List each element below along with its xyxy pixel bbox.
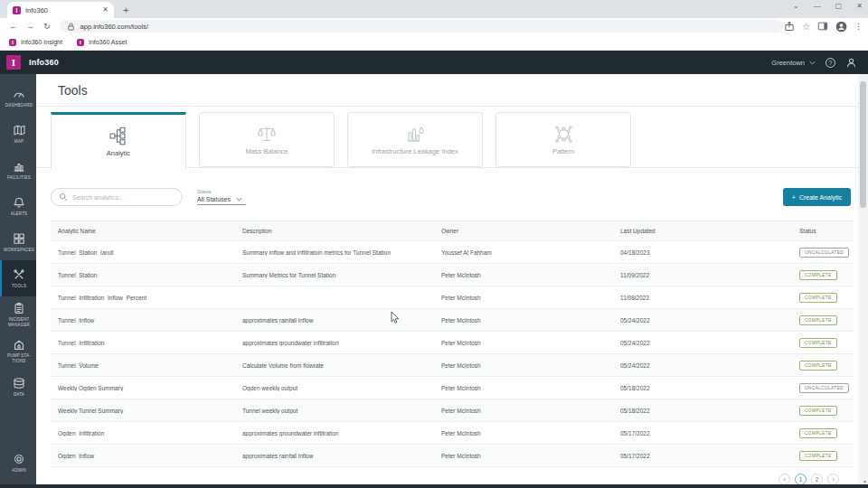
analytic-description: Summary Metrics for Tunnel Station bbox=[242, 272, 441, 278]
sidebar: DASHBOARD MAP FACILITIES ALERTS bbox=[0, 74, 36, 488]
tenant-name: Greentown bbox=[771, 59, 805, 67]
kebab-menu-icon[interactable]: ⋮ bbox=[854, 22, 863, 31]
status-badge: COMPLETE bbox=[799, 315, 837, 325]
tab-infrastructure-leakage-index[interactable]: Infrastructure Leakage Index bbox=[347, 112, 483, 167]
scrollbar-thumb[interactable] bbox=[860, 81, 866, 208]
search-input[interactable] bbox=[72, 194, 172, 201]
tool-type-tabs: Analytic Mass Balance Infrastructure Lea… bbox=[36, 107, 868, 168]
profile-avatar-icon[interactable] bbox=[835, 21, 847, 33]
analytic-description: approximates rainfall inflow bbox=[242, 317, 441, 324]
column-header-analytic-name[interactable]: Analytic Name bbox=[58, 228, 242, 234]
column-header-last-updated[interactable]: Last Updated bbox=[620, 228, 799, 234]
sidebar-item-data[interactable]: DATA bbox=[0, 369, 36, 405]
analytic-owner: Peter McIntosh bbox=[441, 340, 620, 346]
window-menu-icon[interactable]: ⌄ bbox=[793, 2, 799, 10]
column-header-owner[interactable]: Owner bbox=[441, 228, 620, 234]
new-tab-button[interactable]: + bbox=[123, 5, 128, 15]
user-icon[interactable] bbox=[845, 57, 857, 69]
bookmark-star-icon[interactable]: ☆ bbox=[802, 22, 810, 32]
table-row[interactable]: Tunnel_Infiltration_Inflow_Percent Peter… bbox=[51, 286, 854, 309]
status-badge: COMPLETE bbox=[799, 361, 837, 371]
chevron-down-icon bbox=[236, 197, 242, 202]
lock-icon bbox=[66, 22, 76, 32]
window-close-icon[interactable]: ✕ bbox=[856, 2, 863, 10]
pagination-page-2[interactable]: 2 bbox=[811, 474, 823, 485]
table-row[interactable]: Ogden_Inflow approximates rainfall inflo… bbox=[51, 445, 854, 467]
browser-tab[interactable]: I Info360 ✕ bbox=[7, 2, 114, 18]
bookmark-info360-asset[interactable]: I Info360 Asset bbox=[77, 39, 127, 46]
window-minimize-icon[interactable]: — bbox=[814, 2, 821, 10]
analytic-name[interactable]: Tunnel_Station_IandI bbox=[58, 249, 242, 256]
analytic-name[interactable]: Ogden_Infiltration bbox=[58, 430, 242, 436]
sidebar-item-incident-manager[interactable]: INCIDENT MANAGER bbox=[0, 296, 36, 333]
tab-pattern[interactable]: Pattern bbox=[495, 112, 631, 167]
table-row[interactable]: Weekly Ogden Summary Ogden weekly output… bbox=[51, 377, 854, 399]
analytic-owner: Peter McIntosh bbox=[441, 295, 620, 301]
sidebar-item-label: DASHBOARD bbox=[5, 103, 33, 108]
table-row[interactable]: Tunnel_Inflow approximates rainfall infl… bbox=[51, 309, 854, 332]
sidebar-item-admin[interactable]: ADMIN bbox=[0, 445, 36, 481]
create-analytic-label: Create Analytic bbox=[799, 194, 842, 201]
column-header-status[interactable]: Status bbox=[799, 228, 854, 234]
analytic-description: Summary inflow and infiltratoin metrics … bbox=[242, 249, 441, 256]
back-icon[interactable]: ← bbox=[9, 22, 17, 31]
main-content: Tools Analytic Mass Balance bbox=[36, 74, 868, 488]
table-row[interactable]: Ogden_Infiltration approximates groundwa… bbox=[51, 422, 854, 445]
table-row[interactable]: Weekly Tunnel Summary Tunnel weekly outp… bbox=[51, 399, 854, 422]
chevron-down-icon bbox=[809, 61, 816, 65]
analytic-name[interactable]: Weekly Ogden Summary bbox=[58, 385, 242, 391]
url-field[interactable]: app.info360.com/tools/ bbox=[60, 20, 783, 33]
analytic-name[interactable]: Tunnel_Inflow bbox=[58, 317, 242, 324]
column-header-description[interactable]: Description bbox=[242, 228, 441, 234]
table-row[interactable]: Tunnel_Volume Calculate Volume from flow… bbox=[51, 354, 854, 377]
scrollbar-down-arrow[interactable]: ▾ bbox=[863, 478, 866, 484]
table-row[interactable]: Tunnel_Station_IandI Summary inflow and … bbox=[51, 241, 854, 264]
status-badge: COMPLETE bbox=[799, 428, 837, 438]
analytic-last-updated: 05/24/2022 bbox=[620, 362, 799, 369]
page-title: Tools bbox=[58, 83, 88, 98]
analytic-name[interactable]: Tunnel_Infiltration_Inflow_Percent bbox=[58, 295, 242, 301]
tab-analytic[interactable]: Analytic bbox=[51, 112, 186, 169]
pagination-next-button[interactable]: › bbox=[827, 474, 839, 485]
analytic-name[interactable]: Tunnel_Infiltration bbox=[58, 340, 242, 346]
tenant-selector[interactable]: Greentown bbox=[771, 59, 816, 67]
status-badge: UNCALCULATED bbox=[799, 383, 849, 393]
analytic-name[interactable]: Tunnel_Station bbox=[58, 272, 242, 278]
analytic-last-updated: 05/17/2022 bbox=[620, 453, 799, 459]
share-icon[interactable] bbox=[784, 21, 795, 32]
window-maximize-icon[interactable]: ▢ bbox=[835, 2, 843, 10]
help-icon[interactable]: ? bbox=[826, 58, 835, 68]
pagination-prev-button[interactable]: ‹ bbox=[778, 474, 790, 485]
analytic-owner: Peter McIntosh bbox=[441, 272, 620, 278]
search-box[interactable] bbox=[51, 188, 183, 206]
tab-close-icon[interactable]: ✕ bbox=[102, 6, 108, 14]
table-row[interactable]: Tunnel_Infiltration approximates groundw… bbox=[51, 332, 854, 354]
sidebar-item-alerts[interactable]: ALERTS bbox=[0, 188, 36, 224]
gear-icon bbox=[13, 453, 25, 465]
analytic-name[interactable]: Tunnel_Volume bbox=[58, 362, 242, 369]
status-filter[interactable]: Status All Statuses bbox=[197, 189, 246, 205]
analytic-name[interactable]: Weekly Tunnel Summary bbox=[58, 408, 242, 414]
sidebar-item-pump-stations[interactable]: PUMP STA-TIONS bbox=[0, 333, 36, 369]
table-row[interactable]: Tunnel_Station Summary Metrics for Tunne… bbox=[51, 264, 854, 286]
side-panel-icon[interactable] bbox=[817, 21, 828, 32]
status-badge: COMPLETE bbox=[799, 338, 837, 348]
scales-icon bbox=[257, 125, 277, 144]
bookmark-info360-insight[interactable]: I Info360 Insight bbox=[9, 39, 62, 46]
app-brand: Info360 bbox=[29, 58, 59, 67]
sidebar-item-workspaces[interactable]: WORKSPACES bbox=[0, 224, 36, 260]
sidebar-item-map[interactable]: MAP bbox=[0, 116, 36, 152]
sidebar-item-label: MAP bbox=[14, 139, 24, 145]
table-header-row: Analytic Name Description Owner Last Upd… bbox=[51, 221, 854, 241]
create-analytic-button[interactable]: + Create Analytic bbox=[783, 188, 851, 206]
sidebar-item-tools[interactable]: TOOLS bbox=[0, 260, 36, 296]
sidebar-item-facilities[interactable]: FACILITIES bbox=[0, 152, 36, 188]
pagination-page-1[interactable]: 1 bbox=[795, 474, 807, 485]
analytic-owner: Peter McIntosh bbox=[441, 408, 620, 414]
scrollbar-track[interactable]: ▾ bbox=[858, 74, 868, 488]
tab-mass-balance[interactable]: Mass Balance bbox=[199, 112, 335, 167]
sidebar-item-dashboard[interactable]: DASHBOARD bbox=[0, 80, 36, 116]
forward-icon[interactable]: → bbox=[26, 22, 34, 31]
analytic-name[interactable]: Ogden_Inflow bbox=[58, 453, 242, 459]
refresh-icon[interactable]: ↻ bbox=[43, 22, 51, 31]
